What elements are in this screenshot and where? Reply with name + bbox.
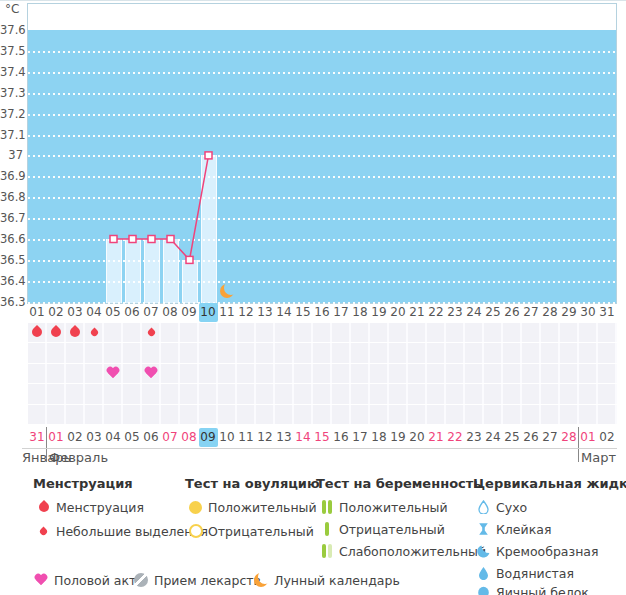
calendar-date[interactable]: 24 xyxy=(484,428,503,447)
spool-blue-icon xyxy=(477,522,490,536)
legend-item-label: Водянистая xyxy=(496,566,574,581)
calendar-date[interactable]: 27 xyxy=(541,428,560,447)
y-axis-tick-label: 36.6 xyxy=(0,231,23,247)
calendar-date[interactable]: 28 xyxy=(560,428,579,447)
legend-item: Яичный белок xyxy=(474,584,589,595)
legend-item: Небольшие выделения xyxy=(34,523,208,539)
y-axis-tick-label: 36.4 xyxy=(0,273,23,289)
cycle-day-label[interactable]: 12 xyxy=(237,303,256,322)
calendar-date[interactable]: 08 xyxy=(180,428,199,447)
legend-item-label: Прием лекарств xyxy=(154,573,261,588)
calendar-date[interactable]: 03 xyxy=(85,428,104,447)
cycle-day-label[interactable]: 14 xyxy=(275,303,294,322)
legend-item: Отрицательный xyxy=(186,523,314,539)
cycle-day-label[interactable]: 11 xyxy=(218,303,237,322)
cycle-day-label[interactable]: 07 xyxy=(142,303,161,322)
cycle-day-label[interactable]: 02 xyxy=(47,303,66,322)
legend-item: Прием лекарств xyxy=(130,572,261,588)
cycle-day-label[interactable]: 06 xyxy=(123,303,142,322)
cycle-day-label[interactable]: 28 xyxy=(541,303,560,322)
calendar-date[interactable]: 25 xyxy=(503,428,522,447)
symbol-row xyxy=(28,323,617,343)
legend-item: Положительный xyxy=(317,499,448,515)
cycle-day-label[interactable]: 20 xyxy=(389,303,408,322)
calendar-date[interactable]: 04 xyxy=(104,428,123,447)
calendar-date[interactable]: 07 xyxy=(161,428,180,447)
grid-line xyxy=(28,260,616,262)
grid-line xyxy=(28,51,616,53)
crescent-blue-icon xyxy=(477,544,490,558)
calendar-date[interactable]: 02 xyxy=(66,428,85,447)
intercourse-heart-icon xyxy=(106,367,120,379)
cycle-day-label[interactable]: 13 xyxy=(256,303,275,322)
cycle-day-label[interactable]: 05 xyxy=(104,303,123,322)
calendar-date[interactable]: 09 xyxy=(199,428,218,447)
cycle-day-label[interactable]: 15 xyxy=(294,303,313,322)
legend-item: Половой акт xyxy=(30,572,136,588)
y-axis-tick-label: 36.7 xyxy=(0,210,23,226)
calendar-date[interactable]: 06 xyxy=(142,428,161,447)
temperature-plot-area xyxy=(27,3,617,304)
cycle-day-label[interactable]: 18 xyxy=(351,303,370,322)
calendar-date[interactable]: 31 xyxy=(28,428,47,447)
cycle-day-label[interactable]: 19 xyxy=(370,303,389,322)
temperature-bar xyxy=(106,239,122,303)
calendar-date[interactable]: 10 xyxy=(218,428,237,447)
cycle-day-label[interactable]: 26 xyxy=(503,303,522,322)
cycle-day-label[interactable]: 31 xyxy=(598,303,617,322)
grid-line xyxy=(28,72,616,74)
y-axis-tick-label: 37.5 xyxy=(0,43,23,59)
calendar-date[interactable]: 12 xyxy=(256,428,275,447)
temperature-bar xyxy=(125,239,141,303)
legend-section-title: Менструация xyxy=(33,476,133,492)
cycle-day-label[interactable]: 10 xyxy=(199,303,218,322)
cycle-day-label[interactable]: 04 xyxy=(85,303,104,322)
calendar-date[interactable]: 01 xyxy=(579,428,598,447)
calendar-date[interactable]: 14 xyxy=(294,428,313,447)
calendar-date[interactable]: 26 xyxy=(522,428,541,447)
grid-line xyxy=(28,239,616,241)
calendar-date[interactable]: 19 xyxy=(389,428,408,447)
grid-line xyxy=(28,218,616,220)
cycle-day-label[interactable]: 17 xyxy=(332,303,351,322)
calendar-date[interactable]: 02 xyxy=(598,428,617,447)
calendar-date[interactable]: 17 xyxy=(351,428,370,447)
ovulation-test-positive-icon xyxy=(189,501,202,514)
calendar-date[interactable]: 18 xyxy=(370,428,389,447)
moon-calendar-icon xyxy=(220,284,234,298)
cycle-day-label[interactable]: 27 xyxy=(522,303,541,322)
legend-item: Клейкая xyxy=(474,521,551,537)
grid-line xyxy=(28,176,616,178)
legend-item: Водянистая xyxy=(474,565,574,581)
legend-item-label: Клейкая xyxy=(496,522,551,537)
calendar-date[interactable]: 11 xyxy=(237,428,256,447)
cycle-day-label[interactable]: 23 xyxy=(446,303,465,322)
calendar-date[interactable]: 13 xyxy=(275,428,294,447)
calendar-date[interactable]: 22 xyxy=(446,428,465,447)
calendar-date[interactable]: 21 xyxy=(427,428,446,447)
menstruation-drop-icon xyxy=(36,500,50,514)
calendar-date[interactable]: 05 xyxy=(123,428,142,447)
cycle-day-label[interactable]: 01 xyxy=(28,303,47,322)
cycle-day-label[interactable]: 29 xyxy=(560,303,579,322)
cycle-day-label[interactable]: 08 xyxy=(161,303,180,322)
calendar-date[interactable]: 01 xyxy=(47,428,66,447)
cycle-day-label[interactable]: 21 xyxy=(408,303,427,322)
spotting-drop-icon xyxy=(39,526,49,536)
month-label: Февраль xyxy=(49,450,108,465)
legend-item-label: Яичный белок xyxy=(496,585,589,595)
calendar-date[interactable]: 20 xyxy=(408,428,427,447)
cycle-day-label[interactable]: 03 xyxy=(66,303,85,322)
cycle-day-label[interactable]: 25 xyxy=(484,303,503,322)
calendar-date[interactable]: 16 xyxy=(332,428,351,447)
cycle-day-label[interactable]: 09 xyxy=(180,303,199,322)
cycle-day-label[interactable]: 30 xyxy=(579,303,598,322)
cycle-day-label[interactable]: 22 xyxy=(427,303,446,322)
y-axis-tick-label: 37.1 xyxy=(0,127,23,143)
legend-section-title: Цервикальная жидкость xyxy=(473,476,626,492)
calendar-date[interactable]: 23 xyxy=(465,428,484,447)
cycle-day-label[interactable]: 16 xyxy=(313,303,332,322)
calendar-date[interactable]: 15 xyxy=(313,428,332,447)
y-axis-tick-label: 37 xyxy=(0,147,23,163)
cycle-day-label[interactable]: 24 xyxy=(465,303,484,322)
